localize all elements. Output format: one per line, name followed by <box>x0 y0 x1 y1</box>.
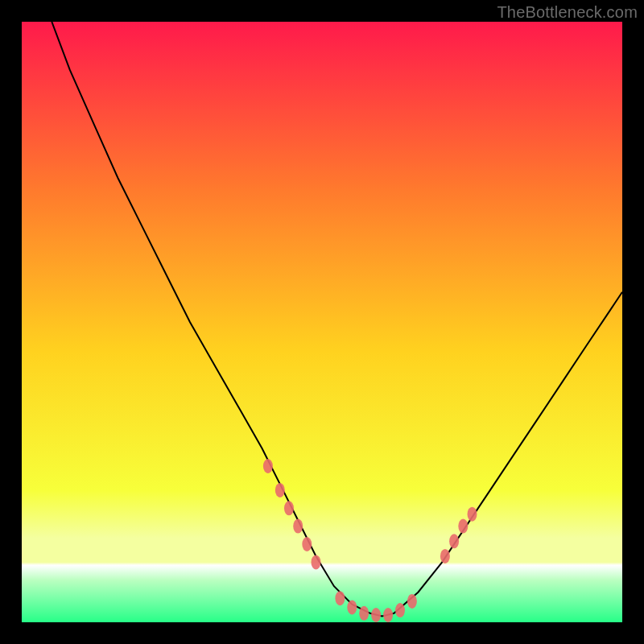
curve-marker <box>275 483 285 497</box>
gradient-rect <box>22 22 622 622</box>
curve-marker <box>458 519 468 534</box>
curve-marker <box>335 591 345 605</box>
curve-marker <box>312 555 321 569</box>
watermark-text: TheBottleneck.com <box>497 3 638 22</box>
curve-marker <box>293 519 303 534</box>
curve-marker <box>359 606 369 621</box>
curve-marker <box>383 608 393 622</box>
curve-marker <box>284 501 294 515</box>
curve-marker <box>263 459 273 473</box>
curve-marker <box>407 594 417 609</box>
curve-marker <box>395 603 405 617</box>
bottleneck-chart <box>22 22 622 622</box>
curve-marker <box>449 534 459 548</box>
curve-marker <box>347 600 357 614</box>
curve-marker <box>371 608 381 622</box>
curve-marker <box>302 537 312 551</box>
curve-marker <box>440 549 450 564</box>
plot-frame <box>22 22 622 622</box>
curve-marker <box>468 507 477 522</box>
